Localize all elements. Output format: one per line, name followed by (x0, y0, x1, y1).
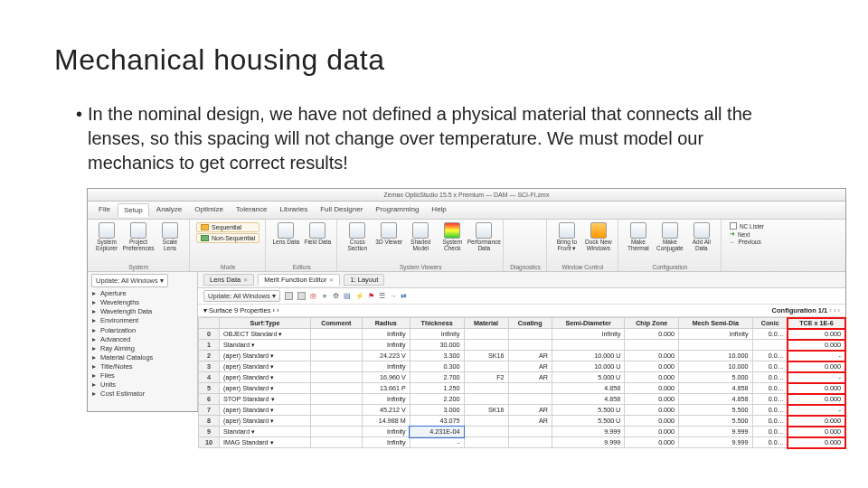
cell[interactable]: - (788, 372, 844, 383)
cell[interactable]: AR (508, 416, 552, 427)
cell[interactable] (464, 437, 508, 448)
cell[interactable]: 4.858 (679, 383, 752, 394)
cell[interactable]: 5.500 U (552, 405, 624, 416)
cell[interactable]: 10.000 U (552, 351, 624, 361)
cell[interactable]: 43.075 (410, 416, 464, 427)
update-all-windows-button-2[interactable]: Update: All Windows ▾ (203, 290, 280, 302)
cell[interactable]: SK16 (464, 351, 508, 361)
cell[interactable]: - (788, 351, 844, 361)
cell[interactable] (508, 340, 552, 351)
cell[interactable]: 10.000 (679, 351, 752, 361)
cell[interactable] (464, 340, 508, 351)
menu-help[interactable]: Help (426, 203, 451, 217)
lens-data-button[interactable]: Lens Data (272, 222, 299, 246)
cell[interactable]: 0.000 (625, 383, 679, 394)
menu-full-designer[interactable]: Full Designer (315, 203, 368, 217)
cell[interactable]: 2.200 (410, 394, 464, 405)
table-row[interactable]: 0OBJECT Standard ▾InfinityInfinityInfini… (199, 329, 845, 340)
cell[interactable]: 5.500 (679, 416, 752, 427)
cell[interactable]: 2.700 (410, 372, 464, 383)
sidebar-item[interactable]: ▸Cost Estimator (91, 389, 193, 399)
cell[interactable]: F2 (464, 372, 508, 383)
scale-lens-button[interactable]: Scale Lens (156, 222, 184, 252)
sidebar-item[interactable]: ▸Ray Aiming (91, 344, 193, 353)
plus-icon[interactable]: ＋ (321, 292, 328, 301)
cell[interactable] (310, 340, 362, 351)
cell[interactable]: 5.000 U (552, 372, 624, 383)
cell[interactable]: 0.000 (625, 394, 679, 405)
cell[interactable]: Infinity (362, 394, 410, 405)
cell[interactable] (310, 394, 362, 405)
menu-libraries[interactable]: Libraries (275, 203, 314, 217)
cell[interactable]: 0.000 (788, 340, 844, 351)
update-all-windows-button[interactable]: Update: All Windows ▾ (91, 274, 168, 287)
lightning-icon[interactable]: ⚡ (355, 292, 363, 300)
cell[interactable]: 0.000 (625, 416, 679, 427)
sidebar-item[interactable]: ▸Environment (91, 316, 193, 325)
cell[interactable] (310, 372, 362, 383)
cell[interactable] (464, 383, 508, 394)
nc-lister-checkbox[interactable]: NC Lister (730, 222, 764, 230)
table-row[interactable]: 4(aper) Standard ▾16.960 V2.700F2AR5.000… (199, 372, 845, 383)
chevron-icons[interactable]: ‹ › › (829, 306, 840, 314)
sidebar-item[interactable]: ▸Wavelengths (91, 298, 193, 307)
close-icon[interactable]: ✕ (329, 277, 334, 283)
tab-layout[interactable]: 1: Layout (344, 274, 384, 286)
copy-icon[interactable] (285, 292, 293, 300)
cell[interactable]: 5.000 (679, 372, 752, 383)
cell[interactable]: 4.231E-04 (410, 427, 464, 437)
column-header[interactable]: Surf:Type (220, 318, 311, 329)
cell[interactable]: 14.988 M (362, 416, 410, 427)
cell[interactable]: (aper) Standard ▾ (220, 416, 311, 427)
cell[interactable] (464, 361, 508, 372)
column-header[interactable] (199, 318, 220, 329)
cell[interactable]: 45.212 V (362, 405, 410, 416)
cell[interactable] (625, 340, 679, 351)
cell[interactable]: Infinity (362, 437, 410, 448)
cell[interactable]: OBJECT Standard ▾ (220, 329, 311, 340)
sidebar-item[interactable]: ▸Wavelength Data (91, 307, 193, 316)
cell[interactable]: Infinity (410, 329, 464, 340)
cell[interactable]: (aper) Standard ▾ (220, 372, 311, 383)
cell[interactable]: AR (508, 351, 552, 361)
column-header[interactable]: Coating (508, 318, 552, 329)
cell[interactable]: Standard ▾ (220, 427, 311, 437)
menu-analyze[interactable]: Analyze (151, 203, 187, 217)
table-row[interactable]: 3(aper) Standard ▾Infinity0.300AR10.000 … (199, 361, 845, 372)
cell[interactable]: 4 (199, 372, 220, 383)
column-header[interactable]: Material (464, 318, 508, 329)
add-all-data-button[interactable]: Add All Data (688, 222, 715, 252)
cell[interactable]: 0.000 (625, 405, 679, 416)
3d-viewer-button[interactable]: 3D Viewer (375, 222, 402, 246)
dock-new-windows-button[interactable]: Dock New Windows (585, 222, 612, 252)
cell[interactable]: Standard ▾ (220, 340, 311, 351)
column-header[interactable]: Thickness (410, 318, 464, 329)
cell[interactable]: 10.000 (679, 361, 752, 372)
system-explorer-button[interactable]: System Explorer (93, 222, 120, 252)
menu-file[interactable]: File (93, 203, 116, 217)
field-data-button[interactable]: Field Data (304, 222, 331, 246)
system-check-button[interactable]: System Check (439, 222, 466, 252)
cell[interactable]: 0.000 (788, 416, 844, 427)
cell[interactable]: 8 (199, 416, 220, 427)
cell[interactable]: 10.000 U (552, 361, 624, 372)
cell[interactable]: 0.0… (752, 329, 788, 340)
cell[interactable]: 24.223 V (362, 351, 410, 361)
cell[interactable]: 0.000 (788, 361, 844, 372)
cell[interactable]: 0.000 (625, 329, 679, 340)
cell[interactable]: (aper) Standard ▾ (220, 383, 311, 394)
column-header[interactable]: Mech Semi-Dia (679, 318, 752, 329)
cell[interactable]: 5 (199, 383, 220, 394)
cell[interactable]: Infinity (362, 329, 410, 340)
cell[interactable] (464, 416, 508, 427)
cell[interactable]: 0.000 (625, 372, 679, 383)
cell[interactable]: Infinity (362, 427, 410, 437)
cell[interactable]: 10 (199, 437, 220, 448)
previous-button[interactable]: ←Previous (730, 239, 764, 245)
cell[interactable]: 4.858 (552, 394, 624, 405)
column-header[interactable]: Chip Zone (625, 318, 679, 329)
cell[interactable]: 9.999 (679, 427, 752, 437)
cell[interactable]: 9 (199, 427, 220, 437)
cell[interactable] (508, 437, 552, 448)
cell[interactable] (679, 340, 752, 351)
